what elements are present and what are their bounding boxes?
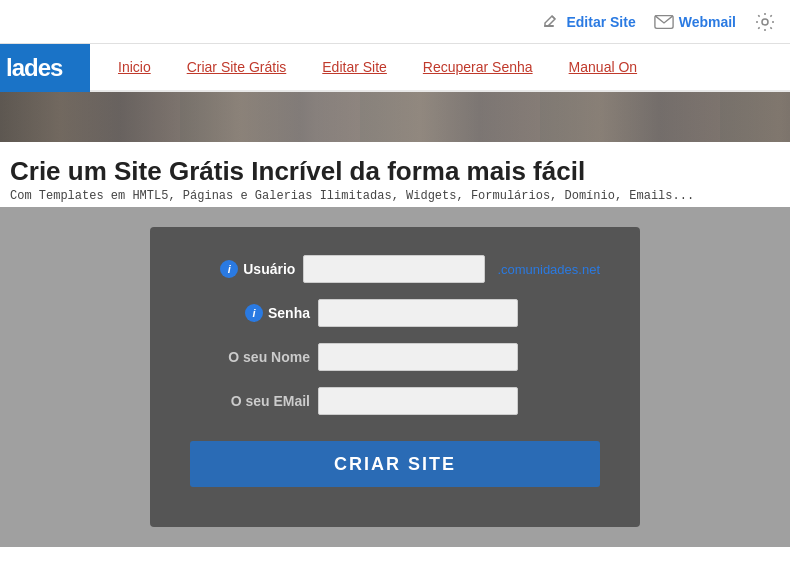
nav-bar: lades Inicio Criar Site Grátis Editar Si… [0,44,790,92]
top-bar: Editar Site Webmail [0,0,790,44]
edit-icon [541,12,561,32]
editar-site-top-link[interactable]: Editar Site [541,12,635,32]
usuario-input[interactable] [303,255,485,283]
nome-row: O seu Nome [190,343,600,371]
email-label-area: O seu EMail [190,393,310,409]
nav-links: Inicio Criar Site Grátis Editar Site Rec… [90,44,655,90]
headline-title: Crie um Site Grátis Incrível da forma ma… [10,156,780,187]
main-content: i Usuário .comunidades.net i Senha O seu… [0,207,790,547]
usuario-label: Usuário [243,261,295,277]
headline-subtitle: Com Templates em HMTL5, Páginas e Galeri… [10,189,780,203]
senha-info-icon[interactable]: i [245,304,263,322]
senha-row: i Senha [190,299,600,327]
nome-label-area: O seu Nome [190,349,310,365]
nav-recuperar-senha[interactable]: Recuperar Senha [405,44,551,90]
usuario-label-area: i Usuário [190,260,295,278]
gear-button[interactable] [754,11,776,33]
svg-point-2 [762,19,768,25]
criar-site-button[interactable]: CRIAR SITE [190,441,600,487]
nav-inicio[interactable]: Inicio [100,44,169,90]
senha-label-area: i Senha [190,304,310,322]
senha-label: Senha [268,305,310,321]
nav-criar-site[interactable]: Criar Site Grátis [169,44,305,90]
webmail-top-label: Webmail [679,14,736,30]
usuario-info-icon[interactable]: i [220,260,238,278]
registration-form-box: i Usuário .comunidades.net i Senha O seu… [150,227,640,527]
senha-input[interactable] [318,299,518,327]
nome-label: O seu Nome [228,349,310,365]
nav-manual-on[interactable]: Manual On [551,44,655,90]
headline-section: Crie um Site Grátis Incrível da forma ma… [0,142,790,207]
mail-icon [654,12,674,32]
nav-editar-site[interactable]: Editar Site [304,44,405,90]
email-label: O seu EMail [231,393,310,409]
hero-banner [0,92,790,142]
usuario-row: i Usuário .comunidades.net [190,255,600,283]
email-row: O seu EMail [190,387,600,415]
hero-faces-bg [0,92,790,142]
editar-site-top-label: Editar Site [566,14,635,30]
webmail-top-link[interactable]: Webmail [654,12,736,32]
logo-text: lades [0,54,62,82]
nome-input[interactable] [318,343,518,371]
domain-suffix: .comunidades.net [497,262,600,277]
email-input[interactable] [318,387,518,415]
logo-area: lades [0,44,90,92]
